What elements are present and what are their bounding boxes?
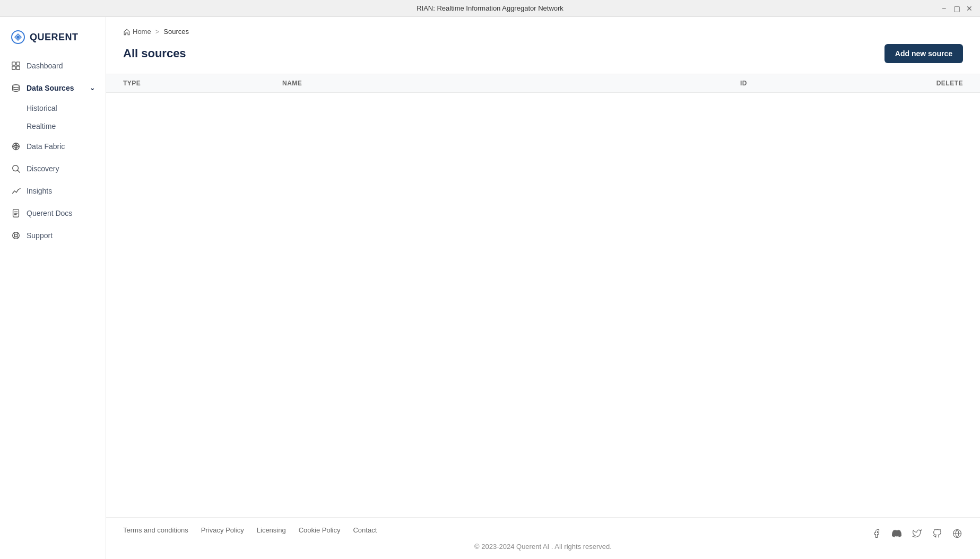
add-new-source-button[interactable]: Add new source	[884, 44, 963, 63]
twitter-icon[interactable]	[911, 528, 923, 539]
table-col-delete: DELETE	[899, 80, 963, 87]
table-col-name: NAME	[282, 80, 740, 87]
footer-privacy-link[interactable]: Privacy Policy	[201, 526, 244, 534]
home-icon	[123, 28, 131, 36]
sidebar-item-support-label: Support	[27, 231, 53, 240]
footer-top-row: Terms and conditions Privacy Policy Lice…	[123, 526, 963, 540]
data-sources-table: TYPE NAME ID DELETE	[106, 74, 980, 517]
docs-icon	[11, 208, 21, 219]
svg-point-11	[14, 234, 17, 237]
sidebar-item-data-fabric-label: Data Fabric	[27, 142, 65, 151]
svg-rect-5	[16, 66, 20, 69]
svg-point-6	[13, 85, 20, 88]
table-col-id: ID	[740, 80, 899, 87]
facebook-icon[interactable]	[871, 528, 882, 539]
sidebar-item-querent-docs-label: Querent Docs	[27, 209, 72, 217]
svg-point-8	[13, 165, 19, 171]
support-icon	[11, 230, 21, 241]
sidebar-item-data-sources-label: Data Sources	[27, 84, 74, 92]
sidebar-item-support[interactable]: Support	[0, 225, 106, 246]
minimize-button[interactable]: −	[940, 4, 948, 13]
titlebar-title: RIAN: Realtime Information Aggregator Ne…	[417, 4, 563, 12]
page-title: All sources	[123, 47, 186, 60]
svg-point-1	[16, 36, 20, 39]
footer-contact-link[interactable]: Contact	[353, 526, 377, 534]
footer-terms-link[interactable]: Terms and conditions	[123, 526, 188, 534]
footer-links: Terms and conditions Privacy Policy Lice…	[123, 526, 377, 534]
table-header: TYPE NAME ID DELETE	[106, 74, 980, 93]
titlebar-controls: − ▢ ✕	[940, 4, 974, 13]
sidebar-item-insights-label: Insights	[27, 187, 52, 195]
logo[interactable]: QUERENT	[0, 25, 106, 55]
sidebar-item-realtime-label: Realtime	[27, 122, 56, 130]
dashboard-icon	[11, 60, 21, 71]
table-col-type: TYPE	[123, 80, 282, 87]
svg-rect-3	[16, 62, 20, 65]
sidebar-item-querent-docs[interactable]: Querent Docs	[0, 203, 106, 224]
sidebar-item-data-fabric[interactable]: Data Fabric	[0, 136, 106, 157]
breadcrumb-current-label: Sources	[163, 28, 189, 36]
discord-icon[interactable]	[891, 528, 903, 539]
globe-icon[interactable]	[951, 528, 963, 539]
close-button[interactable]: ✕	[965, 4, 974, 13]
data-fabric-icon	[11, 141, 21, 152]
titlebar: RIAN: Realtime Information Aggregator Ne…	[0, 0, 980, 17]
sidebar-item-discovery-label: Discovery	[27, 164, 59, 173]
main-content: Home > Sources All sources Add new sourc…	[106, 17, 980, 559]
insights-icon	[11, 186, 21, 196]
page-header: All sources Add new source	[106, 40, 980, 74]
restore-button[interactable]: ▢	[952, 4, 961, 13]
breadcrumb: Home > Sources	[106, 17, 980, 40]
footer-social-icons	[871, 528, 963, 539]
sidebar-item-historical[interactable]: Historical	[0, 100, 106, 117]
sidebar-item-data-sources[interactable]: Data Sources ⌄	[0, 77, 106, 99]
content-area: Home > Sources All sources Add new sourc…	[106, 17, 980, 559]
footer-licensing-link[interactable]: Licensing	[257, 526, 286, 534]
sidebar-item-dashboard-label: Dashboard	[27, 62, 63, 70]
svg-rect-4	[12, 66, 15, 69]
footer-copyright: © 2023-2024 Querent AI . All rights rese…	[123, 540, 963, 551]
sidebar-item-insights[interactable]: Insights	[0, 180, 106, 202]
svg-point-7	[13, 143, 20, 150]
sidebar: QUERENT Dashboard	[0, 17, 106, 559]
data-sources-icon	[11, 83, 21, 93]
footer-cookie-link[interactable]: Cookie Policy	[299, 526, 341, 534]
sidebar-nav: Dashboard Data Sources ⌄ Historical	[0, 55, 106, 551]
discovery-icon	[11, 163, 21, 174]
svg-rect-2	[12, 62, 15, 65]
breadcrumb-home-label: Home	[133, 28, 151, 36]
footer: Terms and conditions Privacy Policy Lice…	[106, 517, 980, 559]
github-icon[interactable]	[931, 528, 943, 539]
logo-text: QUERENT	[30, 32, 79, 43]
breadcrumb-separator: >	[155, 28, 160, 36]
sidebar-item-dashboard[interactable]: Dashboard	[0, 55, 106, 76]
sidebar-item-realtime[interactable]: Realtime	[0, 118, 106, 135]
logo-icon	[11, 30, 25, 45]
sidebar-item-discovery[interactable]: Discovery	[0, 158, 106, 179]
sidebar-item-historical-label: Historical	[27, 104, 57, 112]
chevron-up-icon: ⌄	[90, 84, 95, 92]
breadcrumb-home-link[interactable]: Home	[123, 28, 151, 36]
